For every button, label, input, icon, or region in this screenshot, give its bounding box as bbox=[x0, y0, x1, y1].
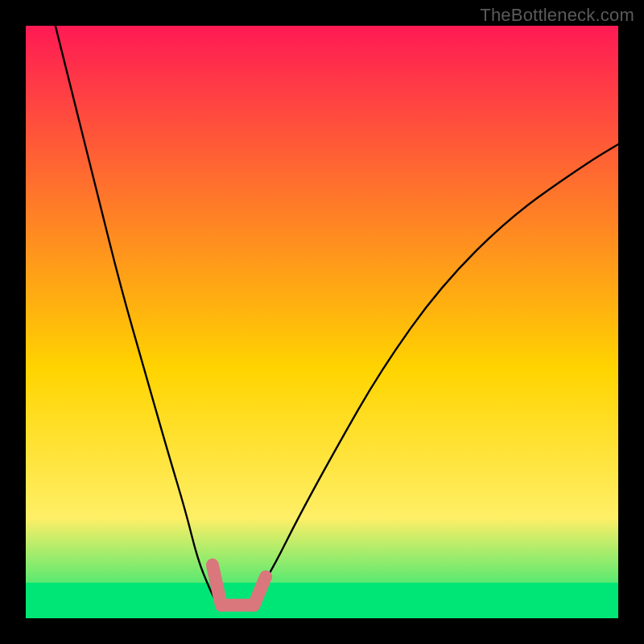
chart-stage: TheBottleneck.com bbox=[0, 0, 644, 644]
plot-area bbox=[26, 26, 618, 618]
green-band bbox=[26, 583, 618, 618]
gradient-background bbox=[26, 26, 618, 618]
chart-svg bbox=[26, 26, 618, 618]
watermark-label: TheBottleneck.com bbox=[480, 5, 634, 26]
